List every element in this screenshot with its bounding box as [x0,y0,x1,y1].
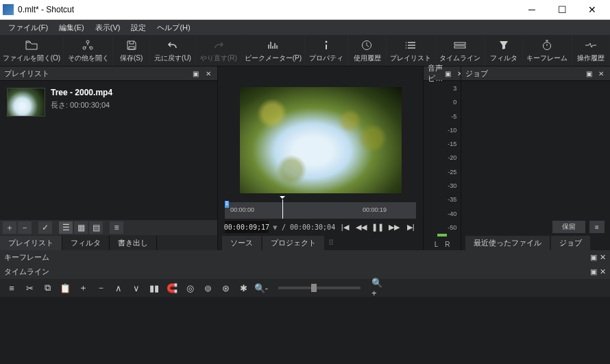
playlist-menu-button[interactable]: ≡ [110,221,123,234]
svg-point-0 [86,40,89,43]
pause-button[interactable]: ❚❚ [372,221,383,232]
scrub-drag-button[interactable]: ◎ [184,282,196,294]
meter-scale: 3 0 -5 -10 -15 -20 -25 -30 -35 -40 -50 [448,85,456,231]
panel-undock-icon[interactable]: ▣ [590,267,597,276]
panel-close-icon[interactable]: ✕ [596,69,606,78]
timeline-body[interactable] [0,297,610,364]
dropdown-icon[interactable]: ▾ [273,222,278,232]
ripple-delete-button[interactable]: － [95,282,107,294]
tab-overflow-icon[interactable]: ⠿ [328,239,334,247]
timeline-button[interactable]: タイムライン [436,35,485,66]
keyframes-button[interactable]: キーフレーム [523,35,572,66]
menu-help[interactable]: ヘルプ(H) [151,21,195,34]
tab-filters[interactable]: フィルタ [62,236,110,250]
minimize-button[interactable]: ─ [517,0,547,19]
close-button[interactable]: ✕ [577,0,607,19]
preview-panel: 1 00:00:00 00:00:19 00:00:09;17 ▾ / 00:0… [218,66,423,250]
ripple-button[interactable]: ⊚ [202,282,214,294]
lift-button[interactable]: ∧ [112,282,125,294]
menu-bar: ファイル(F) 編集(E) 表示(V) 設定 ヘルプ(H) [0,20,610,35]
view-tiles-button[interactable]: ▦ [74,221,88,234]
redo-button[interactable]: やり直す(R) [196,35,242,66]
current-timecode[interactable]: 00:00:09;17 [225,221,269,233]
menu-settings[interactable]: 設定 [125,21,151,34]
zoom-slider[interactable] [278,287,361,289]
append-button[interactable]: ＋ [77,282,89,294]
jobs-body[interactable] [461,81,610,219]
folder-open-icon [25,38,38,52]
copy-button[interactable]: ⧉ [41,282,53,294]
tab-export[interactable]: 書き出し [110,236,157,250]
zoom-in-button[interactable]: 🔍+ [371,282,384,294]
open-file-button[interactable]: ファイルを開く(O) [0,35,64,66]
fastfwd-button[interactable]: ▶▶ [389,221,400,232]
equalizer-icon [267,38,278,52]
meter-channels: L R [424,238,461,250]
menu-view[interactable]: 表示(V) [90,21,126,34]
svg-rect-5 [454,43,465,45]
open-other-button[interactable]: その他を開く [64,35,113,66]
panel-undock-icon[interactable]: ▣ [590,253,597,262]
panel-close-icon[interactable]: ✕ [600,267,606,276]
menu-edit[interactable]: 編集(E) [53,21,90,34]
scrub-tick-0: 00:00:00 [230,206,254,213]
snap-button[interactable]: 🧲 [166,282,178,294]
rewind-button[interactable]: ◀◀ [356,221,367,232]
history-button[interactable]: 操作履歴 [572,35,610,66]
keyframes-title: キーフレーム [4,252,49,263]
skip-next-button[interactable]: ▶| [405,221,416,232]
playhead[interactable] [282,199,283,219]
tab-project[interactable]: プロジェクト [263,236,324,250]
window-titlebar: 0.mlt* - Shotcut ─ ☐ ✕ [0,0,610,20]
recent-button[interactable]: 使用履歴 [348,35,386,66]
undo-button[interactable]: 元に戻す(U) [150,35,196,66]
zoom-handle[interactable] [311,284,317,292]
tab-source[interactable]: ソース [222,236,261,250]
jobs-header: ジョブ ▣ ✕ [461,66,610,81]
total-duration: 00:00:30;04 [290,223,335,231]
paste-button[interactable]: 📋 [59,282,71,294]
panel-undock-icon[interactable]: ▣ [191,69,201,78]
playlist-title: プレイリスト [4,69,191,79]
panel-undock-icon[interactable]: ▣ [443,69,452,78]
add-button[interactable]: ＋ [3,221,16,234]
audio-meter-header: 音声ピ… ▣ ✕ [424,66,461,81]
overwrite-button[interactable]: ∨ [130,282,143,294]
video-preview[interactable] [240,87,402,193]
view-icons-button[interactable]: ▤ [89,221,103,234]
cut-button[interactable]: ✂ [23,282,36,294]
split-button[interactable]: ▮▮ [148,282,160,294]
panel-close-icon[interactable]: ✕ [204,69,213,78]
peak-meter-button[interactable]: ピークメーター(P) [242,35,305,66]
save-button[interactable]: 保存(S) [113,35,150,66]
properties-button[interactable]: プロパティ [305,35,349,66]
ripple-markers-button[interactable]: ✱ [237,282,249,294]
view-details-button[interactable]: ☰ [59,221,73,234]
playlist-button[interactable]: プレイリスト [387,35,436,66]
tab-recent-files[interactable]: 最近使ったファイル [465,236,550,250]
tab-playlist[interactable]: プレイリスト [0,236,62,250]
scrub-bar[interactable]: 1 00:00:00 00:00:19 [225,202,416,219]
update-button[interactable]: ✓ [38,221,52,234]
playlist-item[interactable]: Tree - 2000.mp4 長さ: 00:00:30;04 [4,85,213,119]
filters-button[interactable]: フィルタ [485,35,523,66]
panel-close-icon[interactable]: ✕ [600,253,606,262]
timeline-icon [454,38,466,52]
maximize-button[interactable]: ☐ [547,0,577,19]
history-icon [584,38,598,52]
skip-prev-button[interactable]: |◀ [339,221,350,232]
redo-icon [212,38,225,52]
hold-button[interactable]: 保留 [552,221,585,233]
panel-undock-icon[interactable]: ▣ [584,69,594,78]
jobs-menu-button[interactable]: ≡ [589,221,605,233]
playlist-body[interactable]: Tree - 2000.mp4 長さ: 00:00:30;04 [0,81,217,220]
timeline-menu-button[interactable]: ≡ [5,282,18,294]
menu-file[interactable]: ファイル(F) [3,21,53,34]
preview-tabs: ソース プロジェクト ⠿ [218,235,423,250]
svg-point-3 [326,40,328,43]
ripple-all-button[interactable]: ⊛ [219,282,232,294]
zoom-out-button[interactable]: 🔍- [255,282,267,294]
in-marker[interactable]: 1 [225,201,229,208]
remove-button[interactable]: － [18,221,32,234]
tab-jobs[interactable]: ジョブ [551,236,590,250]
